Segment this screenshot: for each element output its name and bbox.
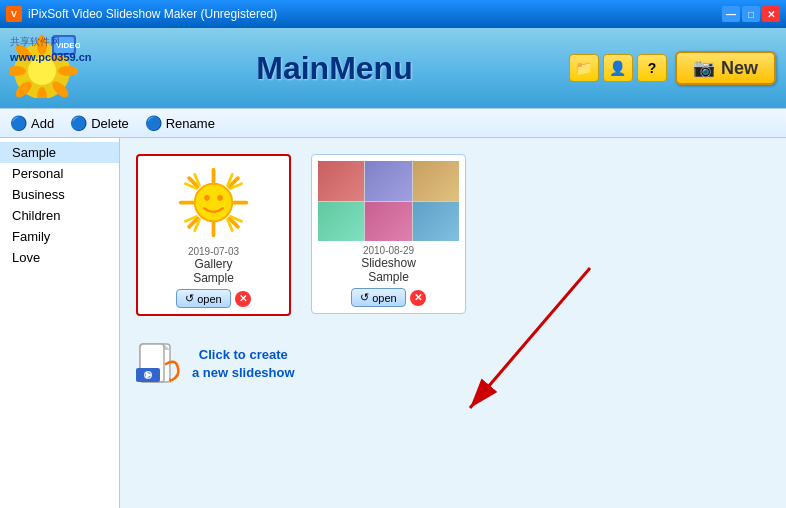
gallery-name: GallerySample	[193, 257, 234, 285]
window-controls: — □ ✕	[722, 6, 780, 22]
add-icon: 🔵	[10, 115, 27, 131]
gallery-card-actions: ↺ open ✕	[144, 289, 283, 308]
window-title: iPixSoft Video Slideshow Maker (Unregist…	[28, 7, 277, 21]
slideshow-name: SlideshowSample	[361, 256, 416, 284]
add-label: Add	[31, 116, 54, 131]
gallery-open-label: open	[197, 293, 221, 305]
rename-icon: 🔵	[145, 115, 162, 131]
delete-icon: 🔵	[70, 115, 87, 131]
delete-button[interactable]: 🔵 Delete	[70, 115, 129, 131]
svg-point-3	[58, 66, 78, 76]
slideshow-card-actions: ↺ open ✕	[318, 288, 459, 307]
header: VIDEO 共享软件网 www.pc0359.cn MainMenu 📁 👤 ?…	[0, 28, 786, 108]
photo-cell-2	[365, 161, 411, 201]
user-button[interactable]: 👤	[603, 54, 633, 82]
new-slideshow-text-container: Click to create a new slideshow	[192, 346, 295, 382]
header-action-icons: 📁 👤 ?	[569, 54, 667, 82]
new-button[interactable]: 📷 New	[675, 51, 776, 85]
gallery-date: 2019-07-03	[188, 246, 239, 257]
slideshow-list: 2019-07-03 GallerySample ↺ open ✕	[136, 154, 770, 316]
photo-cell-5	[365, 202, 411, 242]
gallery-open-button[interactable]: ↺ open	[176, 289, 230, 308]
open-arrow-icon: ↺	[185, 292, 194, 305]
new-slideshow-button[interactable]: Click to create a new slideshow	[136, 340, 770, 388]
slideshow-thumbnail	[318, 161, 459, 241]
minimize-button[interactable]: —	[722, 6, 740, 22]
slideshow-sample-card[interactable]: 2010-08-29 SlideshowSample ↺ open ✕	[311, 154, 466, 314]
title-bar-left: V iPixSoft Video Slideshow Maker (Unregi…	[6, 6, 277, 22]
svg-point-30	[204, 195, 210, 201]
website-url: www.pc0359.cn	[10, 51, 92, 63]
photo-cell-1	[318, 161, 364, 201]
logo-text-block: 共享软件网 www.pc0359.cn	[10, 35, 92, 63]
new-slideshow-text-line2: a new slideshow	[192, 364, 295, 382]
app-icon: V	[6, 6, 22, 22]
logo-area: VIDEO 共享软件网 www.pc0359.cn	[10, 33, 100, 103]
svg-point-31	[217, 195, 223, 201]
photo-cell-3	[413, 161, 459, 201]
delete-label: Delete	[91, 116, 129, 131]
gallery-card-info: 2019-07-03 GallerySample	[144, 246, 283, 285]
sidebar-item-sample[interactable]: Sample	[0, 142, 119, 163]
main-title: MainMenu	[100, 50, 569, 87]
close-button[interactable]: ✕	[762, 6, 780, 22]
new-slideshow-text-line1: Click to create	[192, 346, 295, 364]
sidebar: Sample Personal Business Children Family…	[0, 138, 120, 508]
sidebar-item-family[interactable]: Family	[0, 226, 119, 247]
slideshow-delete-button[interactable]: ✕	[410, 290, 426, 306]
new-button-icon: 📷	[693, 57, 715, 79]
sidebar-item-business[interactable]: Business	[0, 184, 119, 205]
photo-cell-4	[318, 202, 364, 242]
add-button[interactable]: 🔵 Add	[10, 115, 54, 131]
video-new-icon	[136, 340, 184, 388]
help-button[interactable]: ?	[637, 54, 667, 82]
gallery-sample-card[interactable]: 2019-07-03 GallerySample ↺ open ✕	[136, 154, 291, 316]
sidebar-item-personal[interactable]: Personal	[0, 163, 119, 184]
svg-point-29	[195, 183, 233, 221]
main-content: Sample Personal Business Children Family…	[0, 138, 786, 508]
slideshow-date: 2010-08-29	[363, 245, 414, 256]
new-button-label: New	[721, 58, 758, 79]
slideshow-card-info: 2010-08-29 SlideshowSample	[318, 245, 459, 284]
slideshow-open-arrow-icon: ↺	[360, 291, 369, 304]
gallery-thumbnail	[144, 162, 283, 242]
maximize-button[interactable]: □	[742, 6, 760, 22]
slideshow-open-button[interactable]: ↺ open	[351, 288, 405, 307]
gallery-delete-button[interactable]: ✕	[235, 291, 251, 307]
photo-cell-6	[413, 202, 459, 242]
sun-icon	[176, 165, 251, 240]
sidebar-item-love[interactable]: Love	[0, 247, 119, 268]
sidebar-item-children[interactable]: Children	[0, 205, 119, 226]
folder-button[interactable]: 📁	[569, 54, 599, 82]
content-area: 2019-07-03 GallerySample ↺ open ✕	[120, 138, 786, 508]
watermark: 共享软件网	[10, 35, 92, 49]
header-right: 📁 👤 ? 📷 New	[569, 51, 776, 85]
logo-container: VIDEO 共享软件网 www.pc0359.cn	[10, 33, 100, 103]
photo-collage	[318, 161, 459, 241]
title-bar: V iPixSoft Video Slideshow Maker (Unregi…	[0, 0, 786, 28]
toolbar: 🔵 Add 🔵 Delete 🔵 Rename	[0, 108, 786, 138]
slideshow-open-label: open	[372, 292, 396, 304]
rename-button[interactable]: 🔵 Rename	[145, 115, 215, 131]
rename-label: Rename	[166, 116, 215, 131]
